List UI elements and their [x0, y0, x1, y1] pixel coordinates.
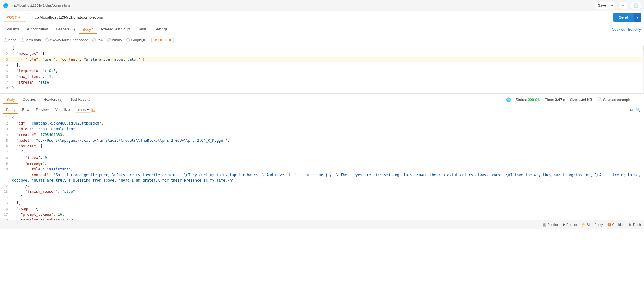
save-example-btn[interactable]: 📄 Save as example [597, 97, 631, 102]
req-line-3: 3 { "role": "user", "content": "Write a … [0, 57, 644, 62]
save-btn-group: Save ▾ [595, 2, 615, 9]
json-dot [169, 39, 171, 41]
req-line-2: 2 "messages": [ [0, 51, 644, 57]
body-type-urlencoded[interactable]: x-www-form-urlencoded [45, 38, 88, 42]
resp-line-8: 8 "index": 0, [0, 155, 644, 161]
copy-button[interactable]: ⧉ [630, 107, 633, 112]
save-icon: 📄 [597, 97, 602, 102]
proxy-icon: ⚡ [581, 223, 586, 227]
runner-icon: ▶ [563, 223, 565, 227]
cookies-link[interactable]: Cookies [612, 27, 625, 32]
radio-none [4, 38, 7, 42]
edit-icon-button[interactable]: ✏ [619, 2, 627, 9]
resp-line-4: 4 "created": 1705404833, [0, 132, 644, 138]
resp-tab-headers[interactable]: Headers (7) [40, 96, 66, 104]
radio-graphql [126, 38, 130, 42]
req-line-4: 4 ], [0, 62, 644, 68]
response-section: Body Cookies Headers (7) Test Results 🌐 … [0, 93, 644, 220]
rfmt-tab-pretty[interactable]: Pretty [3, 106, 18, 114]
resp-line-18: 18 "completion_tokens": 102, [0, 217, 644, 220]
trash-btn[interactable]: 🗑 Trash [628, 223, 641, 227]
resp-line-1: 1 { [0, 115, 644, 121]
resp-line-10: 10 "role": "assistant", [0, 166, 644, 172]
globe-icon: 🌐 [506, 97, 511, 102]
tab-tests[interactable]: Tests [135, 25, 150, 34]
request-editor[interactable]: 1 { 2 "messages": [ 3 { "role": "user", … [0, 45, 644, 93]
body-type-none[interactable]: none [4, 38, 17, 42]
resp-line-14: 14 } [0, 195, 644, 200]
save-dropdown-button[interactable]: ▾ [609, 2, 615, 9]
start-proxy-btn[interactable]: ⚡ Start Proxy [581, 223, 603, 227]
radio-formdata [21, 38, 24, 42]
status-info: 🌐 Status: 200 OK Time: 3.47 s Size: 1.04… [506, 97, 641, 102]
resp-line-5: 5 "model": "C:\\Users\\mpagani\\.cache\\… [0, 138, 644, 144]
resp-tab-test-results[interactable]: Test Results [67, 96, 94, 104]
resp-line-2: 2 "id": "chatcmpl-5bxvd88usqlu23ttbgmgkm… [0, 121, 644, 126]
method-select[interactable]: POST ▾ [3, 13, 27, 22]
resp-line-12: 12 }, [0, 183, 644, 189]
rfmt-tab-visualize[interactable]: Visualize [52, 106, 73, 114]
req-scrollbar [643, 45, 644, 93]
tab-pre-request[interactable]: Pre-request Script [98, 25, 134, 34]
cookies-icon: 🍪 [607, 223, 611, 227]
filter-icon[interactable]: ⊟ [92, 108, 96, 112]
req-line-6: 6 "max_tokens": -1, [0, 74, 644, 80]
tab-headers[interactable]: Headers (8) [52, 25, 78, 34]
send-dropdown-button[interactable]: ▾ [634, 13, 641, 22]
resp-tab-cookies[interactable]: Cookies [19, 96, 39, 104]
body-type-graphql[interactable]: GraphQL [126, 38, 146, 42]
rfmt-tab-raw[interactable]: Raw [19, 106, 32, 114]
time-label: Time: 3.47 s [545, 98, 565, 102]
titlebar-url: http://localhost:1234/v1/chat/completion… [11, 4, 70, 7]
more-options-btn[interactable]: ··· [636, 98, 641, 102]
size-label: Size: 1.04 KB [570, 98, 592, 102]
resp-line-11: 11 "content": "Soft fur and gentle purr,… [0, 172, 644, 183]
postbot-btn[interactable]: 🤖 Postbot [543, 223, 559, 227]
response-code-area[interactable]: 1 { 2 "id": "chatcmpl-5bxvd88usqlu23ttbg… [0, 115, 644, 220]
send-button[interactable]: Send [613, 13, 634, 22]
method-chevron: ▾ [18, 15, 20, 20]
status-badge: Status: 200 OK [516, 98, 540, 102]
beautify-link[interactable]: Beautify [628, 27, 641, 32]
resp-line-15: 15 ], [0, 200, 644, 206]
doc-icon-button[interactable]: 📄 [631, 2, 641, 9]
resp-line-7: 7 { [0, 149, 644, 155]
request-tabs: Params Authorization Headers (8) Body ● … [0, 24, 644, 35]
urlbar: POST ▾ Send ▾ [0, 11, 644, 24]
req-line-5: 5 "temperature": 0.7, [0, 68, 644, 74]
body-type-bar: none form-data x-www-form-urlencoded raw… [0, 35, 644, 45]
postbot-icon: 🤖 [543, 223, 547, 227]
resp-line-17: 17 "prompt_tokens": 16, [0, 212, 644, 217]
resp-line-16: 16 "usage": { [0, 206, 644, 212]
radio-urlencoded [45, 38, 49, 42]
method-label: POST [6, 15, 17, 20]
resp-tab-body[interactable]: Body [3, 96, 18, 104]
cookies-btn[interactable]: 🍪 Cookies [607, 223, 624, 227]
body-type-raw[interactable]: raw [92, 38, 103, 42]
body-type-binary[interactable]: binary [107, 38, 122, 42]
trash-icon: 🗑 [628, 223, 632, 227]
bottom-bar: 🤖 Postbot ▶ Runner ⚡ Start Proxy 🍪 Cooki… [0, 220, 644, 229]
app-icon: 🌐 [3, 3, 8, 8]
rfmt-tab-preview[interactable]: Preview [33, 106, 52, 114]
resp-line-3: 3 "object": "chat.completion", [0, 126, 644, 132]
tab-settings[interactable]: Settings [151, 25, 171, 34]
resp-line-9: 9 "message": { [0, 161, 644, 166]
body-type-formdata[interactable]: form-data [21, 38, 41, 42]
save-button[interactable]: Save [595, 2, 609, 9]
runner-btn[interactable]: ▶ Runner [563, 223, 577, 227]
json-format-select[interactable]: JSON ▾ [151, 37, 174, 43]
resp-line-6: 6 "choices": [ [0, 144, 644, 149]
tab-params[interactable]: Params [3, 25, 23, 34]
url-input[interactable] [29, 13, 611, 22]
req-line-8: 8 } [0, 85, 644, 91]
tab-body[interactable]: Body ● [79, 25, 97, 34]
response-tabs: Body Cookies Headers (7) Test Results 🌐 … [0, 94, 644, 105]
send-btn-group: Send ▾ [613, 13, 641, 22]
resp-json-select[interactable]: JSON ▾ [75, 107, 92, 113]
titlebar: 🌐 http://localhost:1234/v1/chat/completi… [0, 0, 644, 11]
search-button[interactable]: 🔍 [636, 108, 641, 112]
tab-authorization[interactable]: Authorization [23, 25, 51, 34]
req-line-7: 7 "stream": false [0, 80, 644, 85]
req-line-1: 1 { [0, 45, 644, 51]
